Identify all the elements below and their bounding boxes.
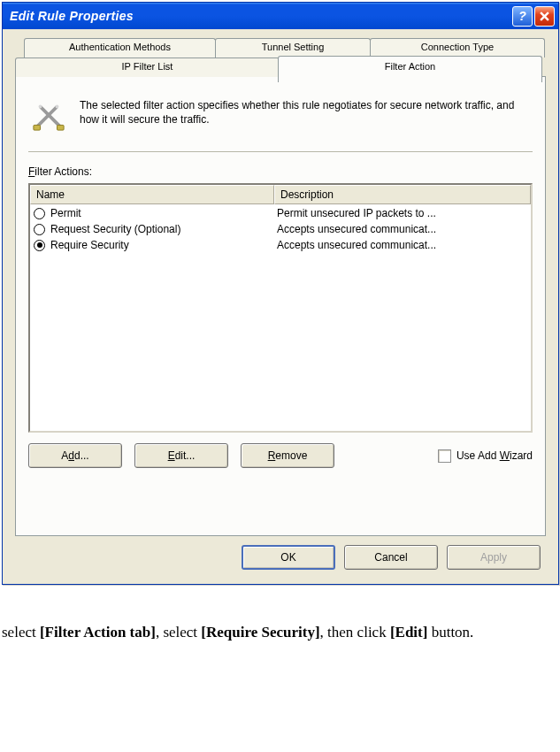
use-add-wizard-label: Use Add Wizard: [456, 449, 533, 462]
ok-button[interactable]: OK: [242, 545, 335, 570]
titlebar[interactable]: Edit Rule Properties ?: [3, 3, 558, 29]
apply-button[interactable]: Apply: [447, 545, 541, 570]
svg-rect-1: [58, 125, 65, 130]
list-item-require-security[interactable]: Require Security Accepts unsecured commu…: [30, 237, 531, 253]
divider: [28, 151, 533, 153]
instruction-text: select [Filter Action tab], select [Requ…: [0, 585, 554, 664]
remove-button[interactable]: Remove: [241, 443, 334, 468]
svg-rect-0: [34, 125, 41, 130]
row-name: Permit: [50, 207, 277, 219]
crossed-swords-icon: [32, 98, 65, 132]
add-button[interactable]: Add...: [28, 443, 122, 468]
tab-authentication-methods[interactable]: Authentication Methods: [24, 38, 216, 58]
tab-tunnel-setting[interactable]: Tunnel Setting: [215, 38, 371, 58]
list-body: Permit Permit unsecured IP packets to ..…: [30, 204, 531, 253]
close-icon: [540, 12, 549, 21]
tab-connection-type[interactable]: Connection Type: [370, 38, 545, 58]
filter-actions-list[interactable]: Name Description Permit Permit unsecured…: [28, 183, 533, 433]
radio-icon: [34, 208, 45, 219]
row-description: Accepts unsecured communicat...: [277, 239, 527, 251]
svg-point-3: [39, 105, 42, 109]
svg-point-2: [56, 105, 59, 109]
row-description: Permit unsecured IP packets to ...: [277, 207, 527, 219]
column-header-name[interactable]: Name: [30, 185, 274, 204]
dialog-button-row: OK Cancel Apply: [15, 536, 546, 573]
tab-filter-action[interactable]: Filter Action: [278, 56, 542, 82]
dialog-body: Authentication Methods Tunnel Setting Co…: [3, 29, 558, 584]
filter-actions-label: Filter Actions:: [28, 165, 533, 178]
tabs-row-top: Authentication Methods Tunnel Setting Co…: [24, 38, 546, 58]
list-action-row: Add... Edit... Remove Use Add Wizard: [28, 443, 533, 468]
help-button[interactable]: ?: [512, 6, 533, 27]
edit-button[interactable]: Edit...: [134, 443, 228, 468]
row-name: Request Security (Optional): [50, 223, 277, 235]
row-description: Accepts unsecured communicat...: [277, 223, 527, 235]
panel-description: The selected filter action specifies whe…: [80, 98, 529, 127]
list-item-permit[interactable]: Permit Permit unsecured IP packets to ..…: [30, 205, 531, 221]
column-header-description[interactable]: Description: [274, 185, 531, 204]
close-button[interactable]: [534, 6, 555, 27]
radio-icon: [34, 240, 45, 251]
list-header: Name Description: [30, 185, 531, 204]
cancel-button[interactable]: Cancel: [344, 545, 438, 570]
row-name: Require Security: [50, 239, 277, 251]
edit-rule-properties-dialog: Edit Rule Properties ? Authentication Me…: [2, 2, 559, 585]
tabs-row-bottom: IP Filter List Filter Action: [15, 58, 546, 77]
use-add-wizard-checkbox[interactable]: Use Add Wizard: [438, 449, 533, 463]
checkbox-icon: [438, 449, 451, 463]
tab-panel-filter-action: The selected filter action specifies whe…: [15, 76, 546, 536]
list-item-request-security[interactable]: Request Security (Optional) Accepts unse…: [30, 221, 531, 237]
radio-icon: [34, 224, 45, 235]
tab-ip-filter-list[interactable]: IP Filter List: [15, 58, 280, 77]
dialog-title: Edit Rule Properties: [10, 9, 510, 23]
